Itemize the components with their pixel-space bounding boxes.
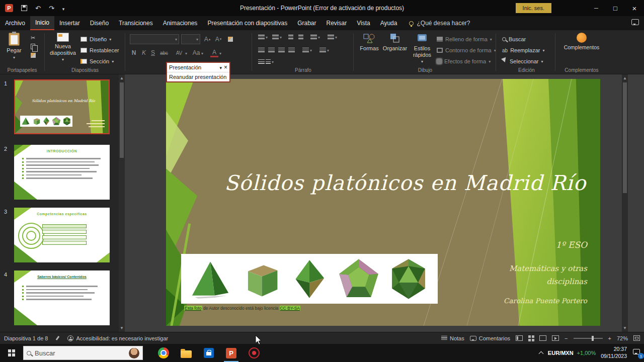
recording-toolbar-header[interactable]: Presentación — [167, 63, 229, 72]
zoom-out-icon[interactable] — [565, 335, 568, 341]
arrange-button[interactable]: Organizar — [382, 33, 408, 52]
caption-link-license[interactable]: CC BY-SA — [280, 306, 300, 311]
character-spacing-button[interactable]: AV — [175, 48, 183, 57]
slide-thumbnail-3[interactable]: Competencias específicas — [14, 208, 110, 262]
store-taskbar-icon[interactable] — [197, 344, 220, 362]
layout-button[interactable]: Diseño — [80, 34, 119, 44]
thumbnail-scrollbar[interactable] — [119, 74, 125, 332]
scrollbar-thumb[interactable] — [623, 82, 627, 193]
stock-widget[interactable]: EUR/MXN +1,00% — [548, 350, 596, 356]
resume-presentation-button[interactable]: Reanudar presentación — [167, 72, 229, 81]
strikethrough-button[interactable]: abc — [160, 48, 168, 57]
slide-canvas[interactable]: Sólidos platónicos en Madrid Río Esta fo… — [166, 79, 600, 326]
close-button[interactable] — [625, 0, 644, 16]
recording-toolbar-menu-icon[interactable] — [219, 64, 222, 70]
vertical-scrollbar[interactable] — [622, 74, 628, 332]
justify-icon[interactable] — [288, 48, 295, 53]
sign-in-button[interactable]: Inic. ses. — [516, 3, 551, 13]
scroll-down-icon[interactable] — [622, 326, 628, 330]
tell-me-search[interactable]: ¿Qué desea hacer? — [409, 16, 470, 30]
reading-view-icon[interactable] — [539, 335, 546, 341]
recording-toolbar-close-icon[interactable] — [224, 64, 227, 71]
tab-animaciones[interactable]: Animaciones — [158, 16, 203, 30]
powerpoint-taskbar-icon[interactable] — [220, 344, 243, 362]
tab-revisar[interactable]: Revisar — [321, 16, 352, 30]
underline-button[interactable]: S — [149, 48, 157, 57]
accessibility-status[interactable]: Accesibilidad: es necesario investigar — [67, 335, 168, 341]
search-input[interactable] — [35, 349, 125, 357]
align-right-icon[interactable] — [278, 48, 285, 53]
increase-font-size-button[interactable]: A — [203, 35, 211, 44]
clear-formatting-button[interactable] — [226, 35, 234, 44]
tab-insertar[interactable]: Insertar — [54, 16, 85, 30]
tab-archivo[interactable]: Archivo — [0, 16, 30, 30]
line-spacing-icon[interactable] — [319, 48, 329, 53]
media-app-taskbar-icon[interactable] — [243, 344, 265, 362]
shapes-button[interactable]: Formas — [358, 33, 380, 52]
taskbar-clock[interactable]: 20:37 09/11/2023 — [601, 346, 627, 359]
text-direction-icon[interactable] — [310, 35, 320, 40]
font-size-combo[interactable] — [181, 34, 200, 44]
increase-indent-icon[interactable] — [298, 35, 303, 40]
image-caption[interactable]: Esta foto de Autor desconocido está bajo… — [184, 306, 300, 311]
tray-expand-icon[interactable] — [538, 351, 543, 356]
decrease-indent-icon[interactable] — [288, 35, 293, 40]
slide-indicator[interactable]: Diapositiva 1 de 8 — [4, 335, 48, 341]
minimize-button[interactable] — [587, 0, 606, 16]
quick-styles-button[interactable]: Estilos rápidos — [410, 33, 435, 64]
smartart-convert-icon[interactable] — [258, 59, 274, 65]
zoom-in-icon[interactable] — [608, 335, 611, 341]
scrollbar-thumb[interactable] — [120, 82, 124, 158]
tab-diseno[interactable]: Diseño — [85, 16, 114, 30]
shape-effects-button[interactable]: Efectos de forma — [437, 56, 496, 66]
zoom-level[interactable]: 72% — [617, 335, 628, 341]
tab-ayuda[interactable]: Ayuda — [375, 16, 403, 30]
zoom-slider-thumb[interactable] — [592, 336, 594, 341]
change-case-button[interactable]: Aa — [192, 48, 200, 57]
caption-link-photo[interactable]: Esta foto — [184, 306, 202, 311]
subtitle-block[interactable]: 1º ESO Matemáticas y otras disciplinas C… — [492, 240, 587, 305]
cut-icon[interactable] — [29, 34, 37, 42]
scroll-up-icon[interactable] — [119, 76, 125, 80]
select-button[interactable]: Seleccionar — [502, 56, 544, 66]
file-explorer-taskbar-icon[interactable] — [175, 344, 197, 362]
comments-toggle[interactable]: Comentarios — [470, 335, 510, 341]
copy-icon[interactable] — [31, 44, 35, 49]
slide-title[interactable]: Sólidos platónicos en Madrid Río — [216, 171, 594, 195]
italic-button[interactable]: K — [140, 48, 148, 57]
chrome-taskbar-icon[interactable] — [152, 344, 175, 362]
decrease-font-size-button[interactable]: A — [214, 35, 222, 44]
slide-thumbnail-1[interactable]: Sólidos platónicos en Madrid Río — [14, 79, 110, 134]
bold-button[interactable]: N — [130, 48, 138, 57]
align-text-icon[interactable] — [328, 35, 337, 40]
tab-grabar[interactable]: Grabar — [292, 16, 321, 30]
font-color-button[interactable]: A — [210, 48, 218, 57]
feedback-icon[interactable] — [631, 19, 639, 25]
addins-button[interactable]: Complementos — [562, 33, 601, 50]
notes-toggle[interactable]: Notas — [441, 335, 464, 341]
format-painter-icon[interactable] — [31, 53, 36, 58]
shape-fill-button[interactable]: Relleno de forma — [437, 34, 496, 44]
fit-slide-icon[interactable] — [633, 335, 640, 341]
tab-inicio[interactable]: Inicio — [30, 16, 54, 30]
spell-check-icon[interactable] — [55, 335, 60, 341]
platonic-solids-image[interactable] — [181, 254, 438, 304]
align-center-icon[interactable] — [268, 48, 275, 53]
columns-icon[interactable] — [302, 48, 312, 53]
bullets-icon[interactable] — [258, 35, 268, 40]
paste-button[interactable]: Pegar — [4, 33, 24, 60]
start-button[interactable] — [0, 344, 23, 362]
tab-presentacion[interactable]: Presentación con diapositivas — [202, 16, 292, 30]
replace-button[interactable]: Reemplazar — [502, 45, 544, 55]
shape-outline-button[interactable]: Contorno de forma — [437, 45, 496, 55]
taskbar-search[interactable] — [23, 346, 143, 360]
section-button[interactable]: Sección — [80, 56, 119, 66]
maximize-button[interactable] — [606, 0, 625, 16]
slideshow-view-icon[interactable] — [552, 335, 559, 341]
numbering-icon[interactable] — [272, 35, 282, 40]
new-slide-button[interactable]: Nueva diapositiva — [48, 33, 77, 62]
scroll-up-icon[interactable] — [622, 76, 628, 80]
find-button[interactable]: Buscar — [502, 34, 544, 44]
notification-center-icon[interactable]: 1 — [632, 347, 642, 358]
slide-thumbnail-2[interactable]: INTRODUCCIÓN — [14, 145, 110, 200]
